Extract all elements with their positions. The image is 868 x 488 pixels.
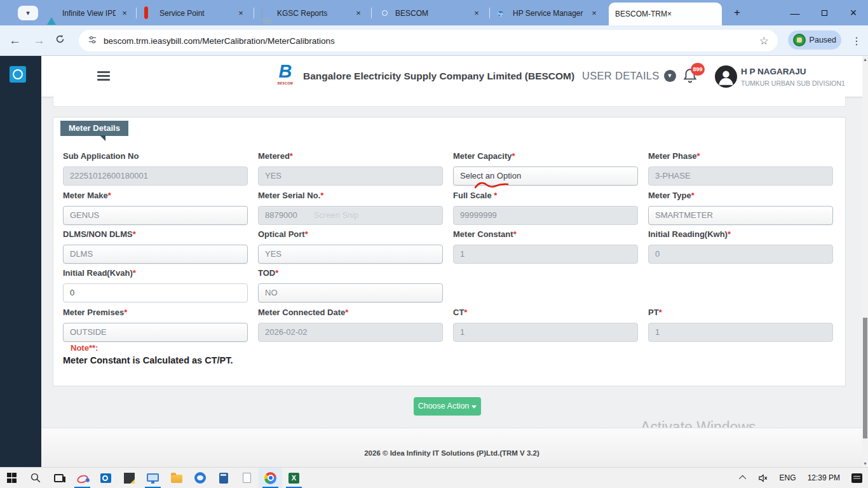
tab-title: KGSC Reports (277, 9, 349, 18)
taskbar-app-outlook[interactable] (94, 468, 118, 488)
system-tray: ENG 12:39 PM (735, 468, 868, 488)
restore-button[interactable] (810, 0, 839, 25)
tab-title: Infinite View IPDS Po (62, 9, 116, 18)
volume-muted-button[interactable] (752, 468, 774, 488)
taskbar-app-chrome[interactable] (259, 468, 282, 488)
dlms-select[interactable]: DLMS (63, 245, 248, 264)
active-browser-tab[interactable]: BESCOM-TRM × (609, 3, 722, 25)
taskbar-app-sticky-notes[interactable] (118, 468, 141, 488)
taskbar-app-excel[interactable]: X (282, 468, 306, 488)
notepad-icon (243, 473, 251, 483)
taskbar-search-button[interactable] (24, 468, 47, 488)
taskbar-app-edge[interactable] (188, 468, 212, 488)
required-asterisk: * (133, 229, 136, 239)
meter-premises-select[interactable]: OUTSIDE (63, 323, 248, 342)
required-asterisk: * (512, 151, 515, 161)
taskbar-app-notepad[interactable] (235, 468, 259, 488)
close-tab-icon[interactable]: × (667, 10, 672, 18)
person-icon (715, 65, 737, 88)
field-label: Sub Application No (63, 151, 139, 161)
forward-icon[interactable]: → (33, 34, 45, 48)
taskbar-app-file-explorer[interactable] (165, 468, 188, 488)
close-window-button[interactable]: × (839, 0, 868, 25)
tab-search-button[interactable]: ▾ (18, 6, 38, 20)
url-text[interactable]: bescom.trm.ieasybill.com/MeterCalibratio… (104, 36, 759, 46)
meter-connected-date-field: 2026-02-02 (258, 323, 443, 342)
initial-read-kvah-input[interactable]: 0 (63, 283, 248, 302)
tune-icon[interactable] (88, 35, 97, 47)
note-label: Note**: (71, 343, 98, 353)
minimize-button[interactable]: — (780, 0, 810, 25)
close-tab-icon[interactable]: × (353, 8, 363, 18)
field-label: Initial Reading(Kwh)* (648, 229, 731, 239)
scroll-down-icon[interactable]: ▼ (862, 461, 868, 466)
bescom-sidebar-logo-icon[interactable] (10, 66, 26, 83)
address-bar[interactable]: bescom.trm.ieasybill.com/MeterCalibratio… (79, 30, 778, 51)
edge-icon (194, 472, 206, 484)
meter-make-select[interactable]: GENUS (63, 206, 248, 225)
profile-paused-badge[interactable]: Paused (788, 30, 841, 50)
meter-constant-field: 1 (453, 245, 638, 264)
outlook-icon (100, 473, 111, 483)
language-indicator[interactable]: ENG (774, 468, 802, 488)
meter-phase-field: 3-PHASE (648, 166, 833, 186)
refresh-icon[interactable] (55, 34, 65, 48)
field-label: Meter Connected Date* (258, 308, 348, 317)
taskbar-app-display[interactable] (141, 468, 165, 488)
browser-menu-icon[interactable]: ⋮ (851, 34, 862, 46)
scroll-up-icon[interactable]: ▲ (862, 57, 868, 62)
drawing-app-icon (76, 473, 89, 484)
chevron-down-icon: ▼ (664, 70, 676, 82)
bescom-logo: B BESCOM (275, 61, 295, 90)
field-label: Full Scale * (453, 191, 497, 200)
field-label: Meter Capacity* (453, 151, 515, 161)
browser-tab[interactable]: Service Point × (139, 4, 251, 22)
browser-tab[interactable]: Infinite View IPDS Po × (42, 4, 135, 22)
bookmark-star-icon[interactable]: ☆ (759, 34, 769, 48)
back-icon[interactable]: ← (9, 34, 21, 48)
required-asterisk: * (464, 308, 467, 317)
tab-separator (371, 8, 372, 18)
task-view-button[interactable] (47, 468, 71, 488)
meter-details-card: Meter Details Sub Application No 2225101… (53, 117, 846, 386)
speaker-muted-icon (757, 473, 768, 484)
choose-action-button[interactable]: Choose Action (414, 397, 481, 416)
optical-port-select[interactable]: YES (258, 245, 443, 264)
document-icon (262, 8, 272, 18)
logo-subtext: BESCOM (275, 81, 295, 85)
caret-down-icon (471, 405, 477, 409)
tray-expand-button[interactable] (735, 468, 752, 488)
required-asterisk: * (728, 229, 731, 239)
scrollbar-thumb[interactable] (863, 318, 867, 438)
required-asterisk: * (124, 308, 127, 317)
meter-type-select[interactable]: SMARTMETER (648, 206, 833, 225)
previous-section-card (53, 95, 846, 107)
close-tab-icon[interactable]: × (589, 8, 599, 18)
taskbar-app-calculator[interactable] (212, 468, 235, 488)
tod-select[interactable]: NO (258, 283, 443, 302)
notifications-button[interactable]: 899 (682, 67, 701, 87)
profile-avatar (793, 34, 806, 46)
page-scrollbar[interactable]: ▲ ▼ (862, 56, 868, 467)
app-sidebar (0, 56, 41, 467)
new-tab-button[interactable]: + (729, 6, 745, 21)
folder-icon (171, 475, 182, 483)
clock[interactable]: 12:39 PM (802, 468, 846, 488)
close-tab-icon[interactable]: × (236, 8, 246, 18)
browser-tab[interactable]: hp HP Service Manager × (492, 4, 604, 22)
page-title: Bangalore Electricity Supply Company Lim… (303, 71, 574, 82)
user-avatar[interactable] (715, 65, 737, 88)
field-label: CT* (453, 308, 467, 317)
browser-tab[interactable]: KGSC Reports × (257, 4, 369, 22)
close-tab-icon[interactable]: × (119, 8, 130, 18)
user-details-dropdown[interactable]: USER DETAILS ▼ (582, 70, 676, 82)
required-asterisk: * (275, 268, 278, 278)
taskbar-app-drawing[interactable] (71, 468, 94, 488)
hamburger-menu-icon[interactable] (97, 71, 110, 81)
start-button[interactable] (0, 468, 24, 488)
close-tab-icon[interactable]: × (471, 8, 482, 18)
sticky-notes-icon (124, 473, 135, 484)
field-label: Meter Make* (63, 191, 111, 200)
action-center-button[interactable] (846, 468, 868, 488)
browser-tab[interactable]: BESCOM × (375, 4, 487, 22)
